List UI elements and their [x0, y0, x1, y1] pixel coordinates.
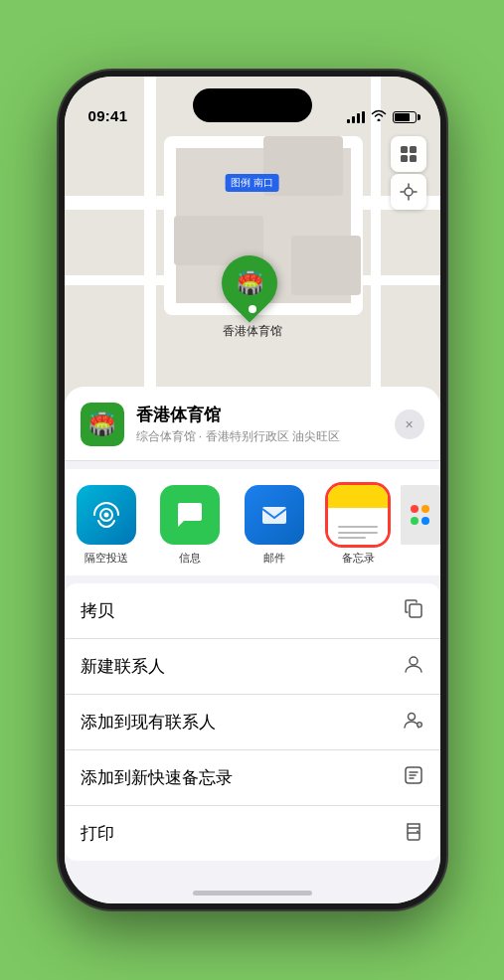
action-copy-label: 拷贝: [81, 599, 114, 622]
venue-title: 香港体育馆: [136, 404, 383, 426]
more-apps-icon: [401, 485, 440, 545]
mail-label: 邮件: [263, 551, 285, 566]
quick-note-icon: [403, 764, 424, 791]
new-contact-icon: [403, 653, 424, 680]
share-app-notes[interactable]: 备忘录: [316, 485, 401, 566]
location-button[interactable]: [391, 174, 426, 210]
svg-point-10: [103, 513, 108, 518]
venue-subtitle: 综合体育馆 · 香港特别行政区 油尖旺区: [136, 428, 383, 445]
map-controls: [391, 136, 426, 210]
map-type-button[interactable]: [391, 136, 426, 172]
wifi-icon: [371, 109, 387, 124]
share-app-more[interactable]: [401, 485, 440, 566]
venue-pin[interactable]: 🏟️ 香港体育馆: [222, 255, 283, 340]
share-app-airdrop[interactable]: 隔空投送: [65, 485, 149, 566]
svg-rect-2: [401, 155, 408, 162]
svg-point-14: [408, 714, 415, 721]
svg-rect-1: [410, 146, 417, 153]
close-button[interactable]: ×: [395, 409, 424, 439]
svg-rect-0: [401, 146, 408, 153]
svg-rect-11: [262, 507, 286, 524]
action-quick-note-label: 添加到新快速备忘录: [81, 766, 233, 789]
entrance-label: 图例 南口: [225, 174, 279, 192]
svg-point-13: [410, 657, 418, 665]
action-list: 拷贝 新建联系人: [65, 583, 440, 861]
action-copy[interactable]: 拷贝: [65, 583, 440, 639]
action-quick-note[interactable]: 添加到新快速备忘录: [65, 750, 440, 806]
share-apps-row: 隔空投送 信息: [65, 469, 440, 575]
status-icons: [347, 109, 417, 124]
home-indicator: [193, 891, 312, 896]
venue-header: 🏟️ 香港体育馆 综合体育馆 · 香港特别行政区 油尖旺区 ×: [65, 387, 440, 461]
share-app-messages[interactable]: 信息: [148, 485, 233, 566]
phone-screen: 09:41: [65, 77, 440, 903]
phone-frame: 09:41: [59, 71, 446, 909]
svg-rect-12: [410, 604, 421, 617]
print-icon: [403, 820, 424, 847]
action-new-contact[interactable]: 新建联系人: [65, 639, 440, 695]
svg-rect-3: [410, 155, 417, 162]
add-contact-icon: [403, 709, 424, 735]
pin-icon: 🏟️: [236, 270, 262, 296]
battery-icon: [393, 111, 417, 123]
venue-info: 香港体育馆 综合体育馆 · 香港特别行政区 油尖旺区: [136, 404, 383, 445]
action-add-contact-label: 添加到现有联系人: [81, 711, 216, 734]
action-print[interactable]: 打印: [65, 806, 440, 861]
svg-point-4: [405, 188, 413, 196]
notes-label: 备忘录: [342, 551, 375, 566]
airdrop-icon: [77, 485, 136, 545]
venue-icon-emoji: 🏟️: [88, 411, 115, 437]
venue-pin-label: 香港体育馆: [223, 323, 282, 340]
bottom-sheet: 🏟️ 香港体育馆 综合体育馆 · 香港特别行政区 油尖旺区 ×: [65, 387, 440, 903]
dynamic-island: [193, 88, 312, 122]
svg-rect-22: [408, 833, 420, 840]
venue-icon: 🏟️: [81, 403, 124, 446]
svg-point-23: [417, 831, 419, 833]
messages-label: 信息: [179, 551, 201, 566]
airdrop-label: 隔空投送: [84, 551, 128, 566]
signal-icon: [347, 111, 365, 123]
status-time: 09:41: [88, 107, 128, 124]
action-new-contact-label: 新建联系人: [81, 655, 165, 678]
messages-icon: [160, 485, 220, 545]
copy-icon: [403, 597, 424, 624]
action-add-contact[interactable]: 添加到现有联系人: [65, 695, 440, 750]
action-print-label: 打印: [81, 822, 114, 845]
mail-icon: [245, 485, 304, 545]
share-app-mail[interactable]: 邮件: [233, 485, 317, 566]
notes-icon: [328, 485, 388, 545]
